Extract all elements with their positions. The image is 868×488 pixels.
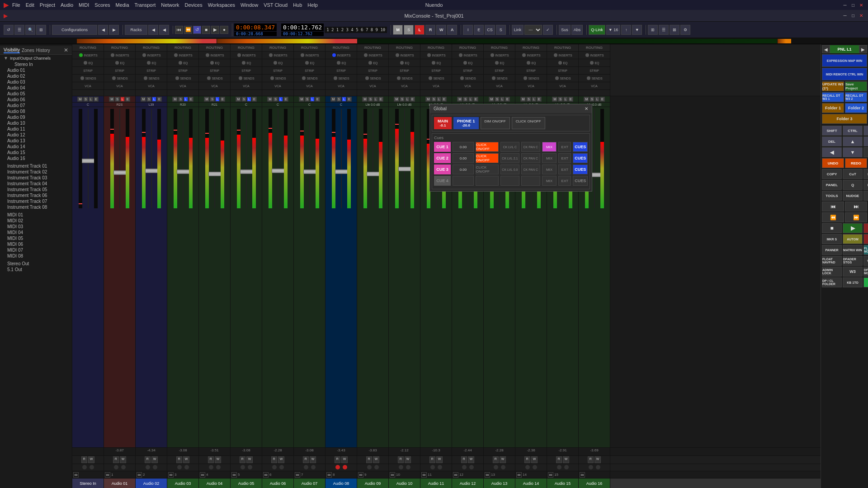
qlink-button[interactable]: Q-Link (589, 25, 605, 35)
r-btn-6[interactable]: R (271, 456, 277, 463)
recall-dw1-button[interactable]: RECALL DT W3 1 (822, 92, 844, 102)
fader-handle-2[interactable] (145, 169, 158, 173)
sidebar-item-10[interactable]: Audio 11 (0, 126, 72, 132)
l-btn-11[interactable]: L (437, 97, 441, 102)
mon-dot-8[interactable] (343, 465, 347, 469)
sidebar-item-32[interactable]: Stereo Out (0, 261, 72, 267)
cue1-ext[interactable]: EXT (558, 142, 571, 152)
r-btn-13[interactable]: R (493, 456, 499, 463)
s-btn-11[interactable]: S (431, 97, 436, 102)
sidebar-item-12[interactable]: Audio 13 (0, 138, 72, 144)
l-btn-1[interactable]: L (120, 97, 125, 102)
link-btn-9[interactable]: ∞ (358, 472, 363, 478)
fwd-end-button[interactable]: ⏭ (845, 202, 867, 211)
sidebar-item-23[interactable]: Instrument Track 08 (0, 204, 72, 210)
alt-button[interactable]: ALT (863, 126, 868, 136)
e-btn-14[interactable]: E (537, 97, 542, 102)
mon-dot-12[interactable] (469, 465, 474, 469)
mon-dot-9[interactable] (374, 465, 379, 469)
fader-handle-3[interactable] (177, 169, 189, 174)
menu-audio[interactable]: Audio (61, 2, 73, 8)
fader-handle-1[interactable] (113, 170, 126, 175)
qlink-btn2[interactable]: ↑ (621, 25, 631, 35)
l-btn-15[interactable]: L (563, 97, 568, 102)
link-apply[interactable]: ✓ (543, 25, 553, 35)
r-btn-11[interactable]: R (429, 456, 435, 463)
m-btn-7[interactable]: M (299, 97, 304, 102)
e-btn-9[interactable]: E (378, 97, 383, 102)
r-btn-0[interactable]: R (81, 456, 87, 463)
link-button[interactable]: Link (512, 25, 524, 35)
r-btn-3[interactable]: R (176, 456, 182, 463)
mon-dot-5[interactable] (248, 465, 252, 469)
w-btn-13[interactable]: W (500, 456, 506, 463)
w-btn-8[interactable]: W (341, 456, 348, 463)
dim-button[interactable]: DIM ON/OFF (481, 117, 510, 129)
s-btn-5[interactable]: S (241, 97, 246, 102)
mon-dot-3[interactable] (184, 465, 189, 469)
s-button[interactable]: S (404, 25, 414, 35)
nudge-button[interactable]: NUDGE (843, 191, 863, 201)
e-btn-10[interactable]: E (410, 97, 415, 102)
rew-button[interactable]: ⏪ (822, 212, 844, 222)
l-btn-2[interactable]: L (152, 97, 156, 102)
l-btn-3[interactable]: L (184, 97, 188, 102)
w-button[interactable]: W (436, 25, 446, 35)
copy-button[interactable]: COPY (822, 169, 842, 179)
mkrs-button[interactable]: MKR S (822, 234, 842, 244)
sidebar-item-21[interactable]: Instrument Track 06 (0, 192, 72, 198)
rec-button2[interactable]: ● (863, 223, 868, 233)
mix-maximize-button[interactable]: □ (850, 13, 856, 19)
fwd-button[interactable]: ⏩ (845, 212, 867, 222)
rec-dot-8[interactable] (335, 465, 340, 469)
sidebar-item-19[interactable]: Instrument Track 04 (0, 181, 72, 187)
m-btn-13[interactable]: M (489, 97, 494, 102)
r-btn-7[interactable]: R (303, 456, 309, 463)
view-btn1[interactable]: ⊞ (648, 25, 658, 35)
l-btn-14[interactable]: L (532, 97, 536, 102)
m-btn-16[interactable]: M (584, 97, 589, 102)
ch-label-bar-13[interactable]: Audio 13 (484, 479, 515, 488)
m-btn-11[interactable]: M (425, 97, 431, 102)
s-btn-7[interactable]: S (305, 97, 310, 102)
sidebar-item-24[interactable]: MIDI 01 (0, 212, 72, 218)
float-navpad-button[interactable]: FLOAT NAVPAD (822, 256, 842, 266)
l-btn-4[interactable]: L (215, 97, 220, 102)
fader-handle-6[interactable] (272, 169, 284, 173)
link-btn-15[interactable]: ∞ (548, 472, 553, 478)
rec-dot-3[interactable] (177, 465, 182, 469)
sidebar-item-27[interactable]: MIDI 04 (0, 230, 72, 235)
link-btn-5[interactable]: ∞ (231, 472, 237, 478)
w-btn-5[interactable]: W (246, 456, 253, 463)
qlink-select[interactable]: ▼ 16 (606, 25, 620, 35)
rack-btn1[interactable]: ◀ (148, 25, 158, 35)
s-btn-1[interactable]: S (115, 97, 120, 102)
panel-button[interactable]: PANEL (822, 180, 842, 190)
m-button[interactable]: M (393, 25, 403, 35)
mon-dot-14[interactable] (533, 465, 537, 469)
ch-label-bar-7[interactable]: Audio 07 (294, 479, 326, 488)
l-btn-16[interactable]: L (595, 97, 599, 102)
l-button[interactable]: L (415, 25, 425, 35)
m-btn-3[interactable]: M (172, 97, 178, 102)
redo-button[interactable]: REDO (845, 158, 867, 168)
fader-handle-8[interactable] (335, 169, 348, 174)
w-btn-4[interactable]: W (215, 456, 222, 463)
sus-button[interactable]: Sus (559, 25, 571, 35)
mon-dot-4[interactable] (216, 465, 221, 469)
fader-handle-0[interactable] (82, 159, 94, 163)
ch-label-bar-4[interactable]: Audio 04 (199, 479, 231, 488)
link-btn-4[interactable]: ∞ (200, 472, 205, 478)
mon-dot-7[interactable] (311, 465, 316, 469)
qlink-btn3[interactable]: ▼ (632, 25, 642, 35)
rec-dot-11[interactable] (430, 465, 435, 469)
close-button[interactable]: ✕ (858, 2, 864, 8)
sidebar-item-25[interactable]: MIDI 02 (0, 218, 72, 224)
w-btn-11[interactable]: W (436, 456, 443, 463)
menu-media[interactable]: Media (116, 2, 129, 8)
autom-button[interactable]: AUTOM (843, 234, 863, 244)
fader-handle-4[interactable] (208, 172, 221, 176)
bksp-button[interactable]: BK SP (863, 147, 868, 157)
ch-label-bar-5[interactable]: Audio 05 (231, 479, 262, 488)
left-arr-button[interactable]: ◀ (822, 147, 842, 157)
